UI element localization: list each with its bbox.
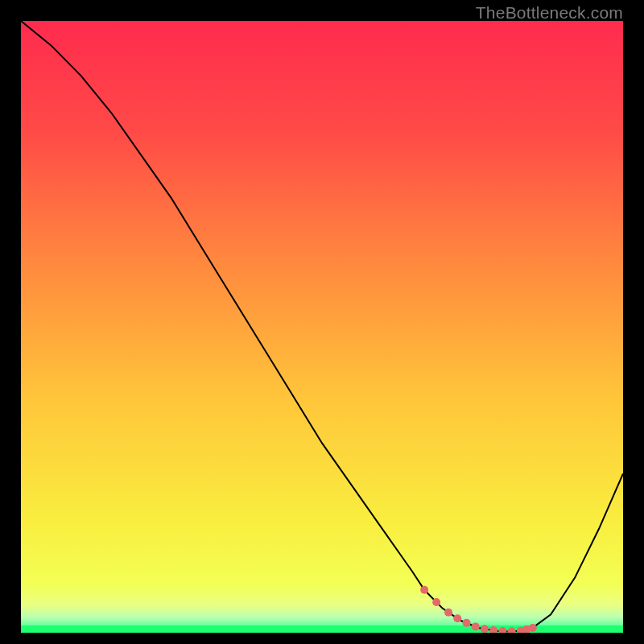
optimal-marker (444, 609, 452, 617)
attribution-label: TheBottleneck.com (476, 3, 623, 23)
optimal-marker (432, 598, 440, 606)
optimal-marker (463, 619, 471, 627)
optimal-marker (472, 622, 480, 630)
optimal-marker (453, 614, 461, 622)
optimal-marker (481, 625, 489, 633)
chart-container: TheBottleneck.com (0, 0, 644, 644)
optimal-marker (529, 624, 537, 632)
bottleneck-chart (21, 21, 623, 633)
optimal-marker (420, 586, 428, 594)
